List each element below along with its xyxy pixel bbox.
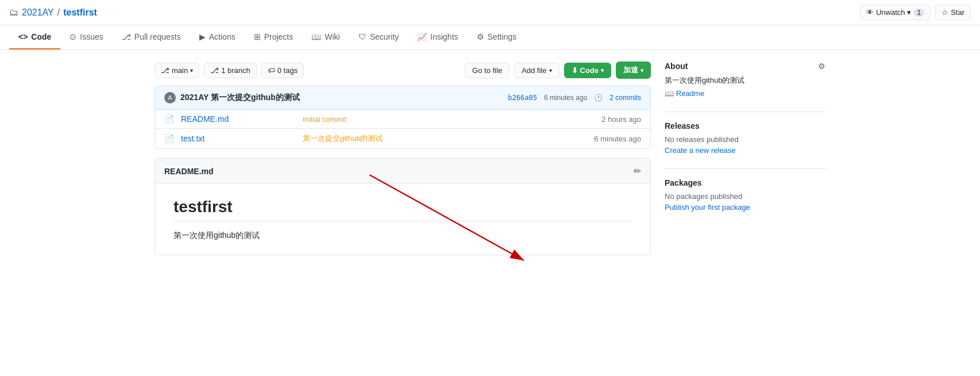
chevron-down-icon: ▾ [907, 8, 911, 17]
commits-count-link[interactable]: 2 commits [609, 94, 641, 102]
tab-security[interactable]: 🛡 Security [349, 25, 408, 49]
readme-paragraph: 第一次使用github的测试 [173, 231, 632, 241]
file-name-link[interactable]: test.txt [181, 134, 296, 143]
sidebar-about-section: About ⚙ 第一次使用github的测试 📖 Readme [665, 62, 825, 98]
security-icon: 🛡 [358, 32, 366, 41]
file-icon: 📄 [164, 134, 174, 143]
readme-h1: testfirst [173, 198, 632, 221]
jiasu-caret-icon: ▾ [641, 67, 643, 74]
packages-title: Packages [665, 178, 702, 187]
watch-count: 1 [913, 9, 924, 17]
sidebar-divider-1 [665, 112, 825, 112]
commit-right: b266a05 6 minutes ago 🕐 2 commits [508, 94, 641, 102]
arrow-container: A 2021AY 第一次提交github的测试 b266a05 6 minute… [155, 86, 651, 149]
branches-link[interactable]: ⎇ 1 branch [204, 63, 257, 78]
tab-issues[interactable]: ⊙ Issues [60, 25, 112, 49]
top-bar: 🗂 2021AY / testfirst 👁 Unwatch ▾ 1 ☆ Sta… [0, 0, 980, 25]
download-icon: ⬇ [572, 66, 578, 75]
unwatch-label: Unwatch [876, 8, 905, 17]
commit-message: 2021AY 第一次提交github的测试 [180, 93, 300, 103]
file-time: 2 hours ago [601, 115, 641, 124]
commit-hash-link[interactable]: b266a05 [508, 94, 537, 102]
create-release-link[interactable]: Create a new release [665, 146, 825, 155]
code-icon: <> [18, 32, 28, 41]
file-icon: 📄 [164, 114, 174, 124]
unwatch-button[interactable]: 👁 Unwatch ▾ 1 [860, 5, 931, 20]
commit-time: 6 minutes ago [544, 94, 587, 102]
star-label: Star [951, 8, 964, 17]
tab-code-label: Code [31, 32, 51, 41]
add-file-caret-icon: ▾ [549, 67, 552, 74]
code-dropdown-button[interactable]: ⬇ Code ▾ [564, 63, 612, 78]
clock-icon: 🕐 [594, 94, 603, 102]
gear-icon[interactable]: ⚙ [818, 62, 825, 71]
tab-projects[interactable]: ⊞ Projects [245, 25, 303, 49]
publish-package-link[interactable]: Publish your first package [665, 203, 825, 212]
tab-insights-label: Insights [430, 32, 458, 41]
add-file-label: Add file [522, 66, 546, 75]
settings-icon: ⚙ [477, 32, 484, 41]
sidebar-releases-header: Releases [665, 121, 825, 131]
readme-link[interactable]: 📖 Readme [665, 89, 825, 98]
branch-left: ⎇ main ▾ ⎇ 1 branch 🏷 0 tags [155, 63, 304, 78]
insights-icon: 📈 [417, 32, 427, 41]
top-actions: 👁 Unwatch ▾ 1 ☆ Star [860, 5, 971, 20]
commit-link[interactable]: Initial commit [303, 115, 346, 124]
commits-count: 2 commits [609, 94, 641, 102]
star-button[interactable]: ☆ Star [935, 5, 971, 20]
tag-icon: 🏷 [268, 66, 275, 75]
branch-name: main [172, 66, 188, 75]
jiasu-button[interactable]: 加速 ▾ [616, 62, 651, 79]
branch-right: Go to file Add file ▾ ⬇ Code ▾ 加速 ▾ [465, 62, 651, 79]
file-commit-msg: 第一次提交github的测试 [303, 133, 587, 144]
projects-icon: ⊞ [254, 32, 261, 41]
branch-icon: ⎇ [161, 66, 169, 75]
repo-content: ⎇ main ▾ ⎇ 1 branch 🏷 0 tags Go to file … [155, 62, 651, 255]
avatar: A [164, 92, 176, 103]
branch-bar: ⎇ main ▾ ⎇ 1 branch 🏷 0 tags Go to file … [155, 62, 651, 79]
tags-link[interactable]: 🏷 0 tags [261, 63, 304, 78]
branch-count: 1 branch [221, 66, 250, 75]
commit-bar: A 2021AY 第一次提交github的测试 b266a05 6 minute… [155, 86, 651, 110]
tab-settings[interactable]: ⚙ Settings [468, 25, 526, 49]
repo-title: 🗂 2021AY / testfirst [9, 7, 97, 18]
tab-settings-label: Settings [488, 32, 517, 41]
repo-name-link[interactable]: testfirst [63, 7, 97, 18]
tab-wiki[interactable]: 📖 Wiki [302, 25, 349, 49]
readme-link-label: Readme [676, 89, 704, 98]
tab-code[interactable]: <> Code [9, 25, 60, 49]
tab-insights[interactable]: 📈 Insights [408, 25, 467, 49]
file-name-link[interactable]: README.md [181, 114, 296, 124]
commit-link[interactable]: 第一次提交github的测试 [303, 134, 383, 143]
tab-security-label: Security [370, 32, 399, 41]
file-time: 6 minutes ago [594, 135, 641, 143]
file-commit-msg: Initial commit [303, 115, 595, 124]
sidebar-packages-header: Packages [665, 178, 825, 187]
add-file-button[interactable]: Add file ▾ [514, 63, 559, 78]
branch-selector[interactable]: ⎇ main ▾ [155, 63, 199, 78]
code-caret-icon: ▾ [601, 67, 604, 74]
about-description: 第一次使用github的测试 [665, 75, 825, 86]
edit-readme-button[interactable]: ✏ [634, 166, 641, 177]
repo-icon: 🗂 [9, 7, 18, 18]
tab-actions[interactable]: ▶ Actions [190, 25, 245, 49]
commit-left: A 2021AY 第一次提交github的测试 [164, 92, 300, 103]
main-content: ⎇ main ▾ ⎇ 1 branch 🏷 0 tags Go to file … [145, 50, 835, 267]
readme-section: README.md ✏ testfirst 第一次使用github的测试 [155, 158, 651, 255]
tab-pull-requests[interactable]: ⎇ Pull requests [113, 25, 190, 49]
tag-count: 0 tags [277, 66, 298, 75]
issues-icon: ⊙ [70, 32, 76, 41]
tab-wiki-label: Wiki [325, 32, 339, 41]
table-row: 📄 README.md Initial commit 2 hours ago [155, 110, 650, 129]
sidebar-packages-section: Packages No packages published Publish y… [665, 178, 825, 212]
pull-requests-icon: ⎇ [122, 32, 131, 41]
nav-tabs: <> Code ⊙ Issues ⎇ Pull requests ▶ Actio… [0, 25, 980, 50]
go-to-file-button[interactable]: Go to file [465, 63, 510, 78]
packages-none-text: No packages published [665, 192, 825, 201]
sidebar-divider-2 [665, 168, 825, 169]
about-title: About [665, 62, 688, 71]
star-icon: ☆ [942, 8, 948, 17]
org-name-link[interactable]: 2021AY [22, 7, 54, 18]
readme-header: README.md ✏ [155, 159, 650, 184]
table-row: 📄 test.txt 第一次提交github的测试 6 minutes ago [155, 129, 650, 148]
